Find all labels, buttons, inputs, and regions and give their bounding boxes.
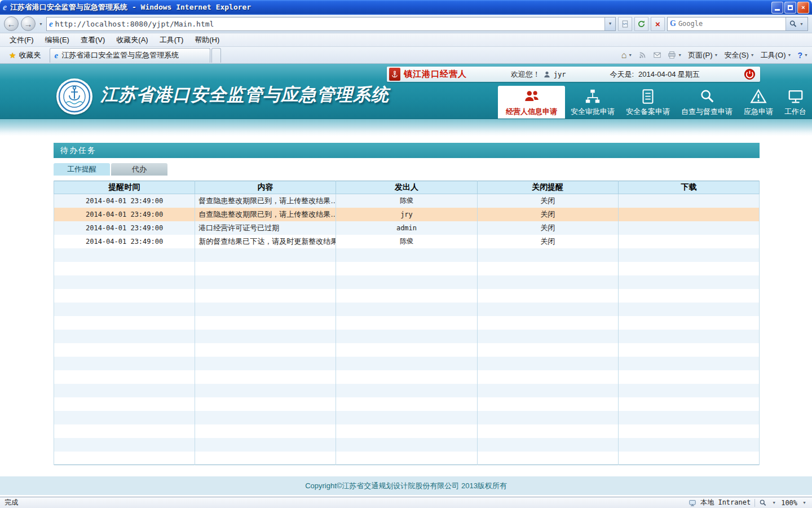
table-cell (618, 370, 759, 384)
nav-item-warning[interactable]: 应急申请 (738, 86, 779, 119)
zoom-dropdown-icon[interactable]: ▼ (771, 501, 777, 505)
close-reminder-action[interactable]: 关闭 (477, 221, 618, 235)
menu-item[interactable]: 帮助(H) (189, 33, 224, 47)
toolbar-button[interactable]: 工具(O)▼ (761, 50, 792, 60)
stop-icon: × (655, 20, 660, 28)
help-button[interactable]: ? ▼ (798, 51, 809, 60)
table-cell (195, 289, 336, 303)
stop-button[interactable]: × (651, 17, 665, 31)
recent-pages-dropdown[interactable]: ▼ (38, 22, 44, 26)
table-cell (195, 330, 336, 343)
table-cell: 陈俊 (336, 194, 477, 208)
nav-item-label: 自查与督查申请 (681, 107, 732, 117)
nav-item-magnifier[interactable]: 自查与督查申请 (676, 86, 738, 119)
column-header: 下载 (618, 181, 759, 194)
minimize-icon (775, 9, 780, 11)
port-logo-icon (58, 80, 91, 113)
new-tab-stub[interactable] (211, 48, 221, 63)
table-cell: 督查隐患整改期限已到，请上传整改结果… (195, 194, 336, 208)
chevron-down-icon: ▼ (751, 53, 754, 57)
toolbar-button-label: 页面(P) (688, 50, 712, 60)
table-cell (54, 424, 195, 438)
table-cell (618, 262, 759, 275)
table-cell: 2014-04-01 23:49:00 (54, 208, 195, 221)
menu-item[interactable]: 文件(F) (5, 33, 39, 47)
nav-item-label: 经营人信息申请 (506, 107, 557, 117)
table-row-empty (54, 343, 760, 357)
logout-button[interactable] (744, 68, 756, 80)
table-cell (618, 208, 759, 221)
table-row-empty (54, 424, 760, 438)
compatibility-view-button[interactable] (618, 17, 632, 31)
search-box: G ▼ (667, 17, 808, 31)
tab-favicon-icon: e (55, 51, 59, 60)
menu-item[interactable]: 收藏夹(A) (111, 33, 153, 47)
table-cell (54, 411, 195, 424)
table-row-empty (54, 397, 760, 411)
chevron-down-icon: ▼ (714, 53, 718, 57)
table-cell (618, 316, 759, 330)
browser-tab[interactable]: e 江苏省港口安全监管与应急管理系统 (50, 48, 210, 63)
address-dropdown-button[interactable]: ▼ (604, 17, 615, 30)
intranet-zone-icon (689, 499, 696, 507)
zoom-magnifier-icon[interactable] (759, 499, 767, 507)
refresh-button[interactable] (634, 17, 648, 31)
site-header: 江苏省港口安全监管与应急管理系统 镇江港口经营人 欢迎您！ jyr 今天是 (0, 64, 812, 119)
toolbar-button[interactable]: 安全(S)▼ (725, 50, 754, 60)
table-cell (477, 289, 618, 303)
close-button[interactable]: × (797, 2, 809, 14)
menu-item[interactable]: 查看(V) (76, 33, 110, 47)
home-button[interactable]: ⌂ ▼ (621, 51, 633, 60)
table-cell (618, 424, 759, 438)
user-info-band: 镇江港口经营人 欢迎您！ jyr 今天是: 2014-04-04 星期五 (387, 67, 760, 82)
printer-icon (668, 51, 676, 59)
table-cell (54, 289, 195, 303)
table-cell (618, 194, 759, 208)
search-go-button[interactable]: ▼ (785, 17, 807, 30)
close-reminder-action[interactable]: 关闭 (477, 208, 618, 221)
nav-item-ledger[interactable]: 安全备案申请 (620, 86, 676, 119)
search-dropdown-icon: ▼ (798, 22, 805, 26)
print-button[interactable]: ▼ (668, 51, 682, 59)
zoom-level[interactable]: 100% (781, 499, 797, 507)
close-reminder-action[interactable]: 关闭 (477, 194, 618, 208)
star-icon: ★ (9, 51, 16, 60)
chevron-down-icon[interactable]: ▼ (801, 501, 807, 505)
operator-tab[interactable]: 镇江港口经营人 (389, 68, 467, 81)
table-cell (195, 370, 336, 384)
favorites-button[interactable]: ★ 收藏夹 (4, 49, 46, 62)
table-cell (195, 424, 336, 438)
menu-item[interactable]: 编辑(E) (40, 33, 74, 47)
panel-tab[interactable]: 代办 (111, 163, 167, 176)
search-input[interactable] (678, 20, 785, 28)
home-icon: ⌂ (621, 51, 627, 60)
table-row-empty (54, 357, 760, 370)
nav-item-users[interactable]: 经营人信息申请 (498, 86, 565, 119)
table-cell (477, 357, 618, 370)
chevron-down-icon: ▼ (628, 53, 632, 57)
chevron-down-icon: ▼ (678, 53, 682, 57)
read-mail-button[interactable] (653, 51, 661, 59)
table-cell (336, 316, 477, 330)
table-cell (618, 275, 759, 289)
search-icon (789, 20, 797, 28)
menu-item[interactable]: 工具(T) (155, 33, 189, 47)
minimize-button[interactable] (771, 2, 783, 14)
back-button[interactable]: ← (4, 16, 19, 31)
table-cell (54, 262, 195, 275)
nav-item-org[interactable]: 安全审批申请 (565, 86, 620, 119)
tab-title: 江苏省港口安全监管与应急管理系统 (61, 50, 179, 60)
copyright-footer: Copyright©江苏省交通规划设计院股份有限公司 2013版权所有 (0, 476, 812, 495)
panel-tab[interactable]: 工作提醒 (54, 163, 110, 176)
feeds-button[interactable] (638, 51, 647, 59)
table-cell (618, 289, 759, 303)
nav-item-monitor[interactable]: 工作台 (779, 86, 812, 119)
status-bar: 完成 本地 Intranet ▼ 100% ▼ (0, 497, 812, 508)
address-input[interactable] (53, 20, 604, 28)
close-reminder-action[interactable]: 关闭 (477, 235, 618, 248)
maximize-button[interactable] (784, 2, 796, 14)
forward-button[interactable]: → (21, 16, 36, 31)
warning-icon (750, 88, 767, 105)
table-cell (618, 330, 759, 343)
toolbar-button[interactable]: 页面(P)▼ (688, 50, 718, 60)
